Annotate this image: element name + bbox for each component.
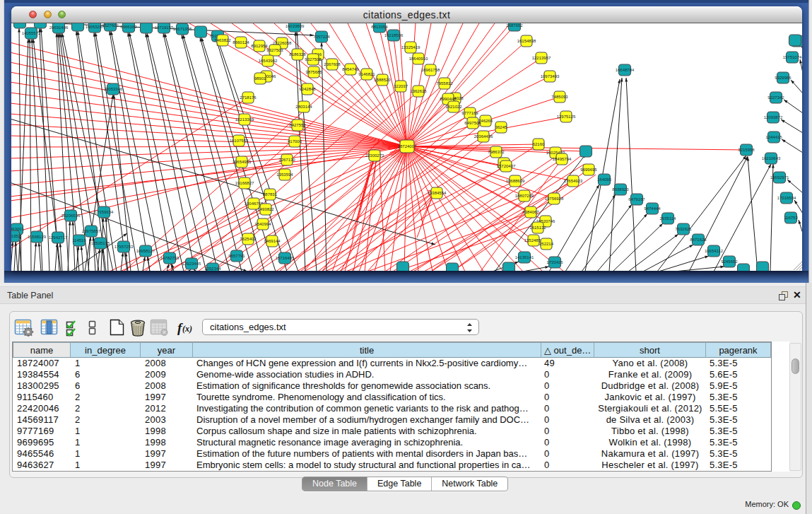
svg-text:19384554: 19384554	[428, 191, 447, 195]
svg-text:2935114: 2935114	[660, 216, 677, 221]
svg-text:417006: 417006	[288, 139, 302, 144]
svg-text:9327508: 9327508	[305, 57, 322, 62]
svg-text:18640910: 18640910	[409, 57, 428, 61]
svg-text:1527602: 1527602	[102, 23, 119, 28]
svg-text:1615132: 1615132	[529, 226, 546, 230]
svg-text:10958127: 10958127	[136, 249, 155, 253]
svg-text:16671355: 16671355	[173, 27, 192, 31]
svg-text:114519: 114519	[72, 238, 86, 243]
svg-text:14136141: 14136141	[515, 255, 534, 259]
svg-text:8660124: 8660124	[233, 40, 249, 45]
svg-text:8471626: 8471626	[690, 238, 707, 242]
svg-text:16961758: 16961758	[421, 68, 440, 72]
svg-text:23975857: 23975857	[82, 229, 101, 233]
svg-text:3267130: 3267130	[278, 158, 295, 162]
svg-text:8990448: 8990448	[440, 97, 457, 101]
svg-text:9227342: 9227342	[767, 95, 784, 100]
svg-text:15692971: 15692971	[770, 175, 789, 180]
svg-text:16154838: 16154838	[517, 39, 536, 43]
svg-text:9242848: 9242848	[299, 87, 316, 91]
svg-text:7463822: 7463822	[214, 38, 231, 42]
svg-text:1588520: 1588520	[374, 78, 391, 82]
svg-text:19654955: 19654955	[233, 160, 252, 164]
svg-text:13325419: 13325419	[401, 45, 420, 49]
svg-text:20053346: 20053346	[104, 87, 123, 91]
svg-text:15716485: 15716485	[276, 256, 295, 260]
svg-text:8912954: 8912954	[251, 44, 268, 48]
svg-text:20691406: 20691406	[49, 25, 69, 30]
svg-text:12213957: 12213957	[532, 56, 551, 60]
svg-text:1733426: 1733426	[546, 260, 563, 264]
svg-text:8427552: 8427552	[289, 123, 306, 127]
svg-text:2803144: 2803144	[295, 105, 312, 109]
svg-text:15720407: 15720407	[497, 164, 516, 168]
svg-text:9777169: 9777169	[461, 111, 478, 115]
svg-text:10688609: 10688609	[506, 179, 525, 183]
svg-text:6497508: 6497508	[464, 121, 481, 125]
svg-text:2718176: 2718176	[240, 95, 257, 100]
svg-text:16107553: 16107553	[230, 139, 249, 143]
svg-text:19218506: 19218506	[384, 33, 404, 37]
svg-text:12213369: 12213369	[235, 117, 254, 122]
svg-text:7955812: 7955812	[436, 81, 453, 86]
svg-text:12942717: 12942717	[49, 235, 68, 240]
svg-text:16648784: 16648784	[616, 68, 635, 72]
svg-text:391352: 391352	[11, 234, 21, 238]
svg-text:6479197: 6479197	[628, 197, 645, 201]
svg-text:12093872: 12093872	[764, 115, 783, 119]
svg-text:1621022: 1621022	[445, 105, 462, 109]
svg-text:15751074: 15751074	[783, 55, 802, 59]
svg-text:252214: 252214	[539, 242, 554, 246]
svg-text:12923445: 12923445	[182, 262, 201, 266]
svg-text:9657791: 9657791	[228, 254, 245, 258]
svg-text:6466160: 6466160	[120, 25, 137, 29]
svg-text:16033809: 16033809	[286, 24, 305, 28]
svg-text:36245: 36245	[495, 125, 507, 129]
svg-text:9474444: 9474444	[644, 206, 661, 211]
svg-text:8813054: 8813054	[371, 25, 388, 29]
svg-text:18807249: 18807249	[515, 194, 534, 198]
svg-text:12975125: 12975125	[557, 115, 576, 119]
svg-text:17654923: 17654923	[564, 179, 583, 183]
svg-text:164095: 164095	[597, 177, 612, 182]
svg-text:2367608: 2367608	[324, 62, 341, 66]
svg-text:7632621: 7632621	[675, 227, 692, 231]
svg-text:20364436: 20364436	[474, 134, 493, 139]
svg-text:8186328: 8186328	[289, 52, 306, 57]
svg-text:1493822: 1493822	[257, 207, 274, 211]
svg-text:98901: 98901	[254, 76, 266, 81]
svg-text:19756928: 19756928	[545, 197, 564, 201]
svg-text:62160: 62160	[533, 142, 545, 146]
svg-text:9245652: 9245652	[721, 259, 738, 264]
svg-text:7485093: 7485093	[551, 95, 568, 99]
svg-text:116753: 116753	[784, 216, 798, 220]
svg-text:1244415: 1244415	[765, 135, 782, 139]
svg-text:17016504: 17016504	[777, 196, 796, 200]
svg-text:1292344: 1292344	[204, 267, 221, 271]
svg-text:7625402: 7625402	[240, 237, 257, 241]
svg-text:12505135: 12505135	[91, 241, 110, 245]
svg-text:16543962: 16543962	[259, 59, 278, 63]
svg-text:1469144: 1469144	[264, 239, 281, 243]
svg-text:1540994: 1540994	[254, 222, 271, 226]
svg-text:10654112: 10654112	[705, 249, 724, 253]
svg-text:9146821: 9146821	[358, 72, 375, 76]
svg-text:11568129: 11568129	[28, 235, 47, 239]
svg-text:17359934: 17359934	[95, 210, 114, 214]
svg-text:1353594: 1353594	[276, 173, 293, 177]
svg-text:20206535: 20206535	[61, 214, 81, 218]
svg-text:9699695: 9699695	[580, 168, 597, 172]
svg-text:14055572: 14055572	[22, 31, 41, 35]
svg-text:(x): (x)	[182, 324, 192, 334]
svg-text:18724007: 18724007	[398, 144, 417, 148]
svg-text:7986372: 7986372	[488, 150, 505, 154]
svg-text:3215958: 3215958	[738, 148, 755, 152]
svg-text:7357224: 7357224	[313, 35, 330, 39]
svg-text:322037: 322037	[394, 84, 408, 88]
svg-text:3875685: 3875685	[305, 70, 322, 74]
svg-text:10973493: 10973493	[541, 74, 560, 78]
svg-text:2687652: 2687652	[506, 23, 523, 28]
svg-text:9329966: 9329966	[775, 76, 792, 80]
svg-text:9384067: 9384067	[522, 210, 539, 214]
svg-text:19166827: 19166827	[235, 181, 254, 185]
